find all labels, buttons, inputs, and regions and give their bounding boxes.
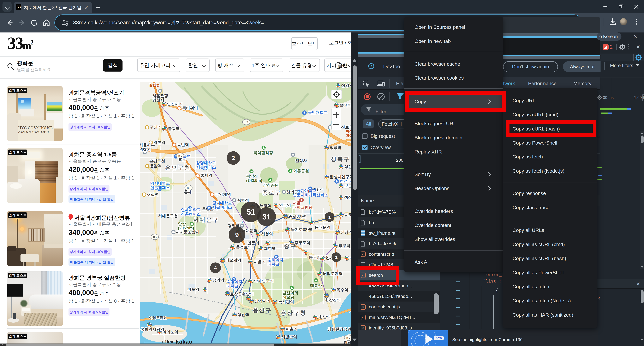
svg-text:옥수역: 옥수역 — [336, 288, 348, 292]
svg-text:용산구: 용산구 — [252, 307, 272, 313]
svg-text:9: 9 — [235, 231, 239, 239]
svg-text:4: 4 — [214, 265, 217, 271]
svg-text:버티고개역: 버티고개역 — [323, 272, 343, 276]
svg-text:녹번역: 녹번역 — [177, 142, 189, 147]
svg-text:1: 1 — [328, 215, 331, 219]
svg-text:미아점: 미아점 — [346, 134, 351, 137]
svg-text:대학교병원: 대학교병원 — [293, 205, 312, 210]
svg-text:kakao: kakao — [176, 339, 192, 344]
svg-text:성북구: 성북구 — [331, 156, 350, 162]
svg-text:응암역: 응암역 — [150, 164, 162, 168]
svg-text:연세대학교: 연세대학교 — [181, 208, 201, 212]
svg-text:명지대학교: 명지대학교 — [150, 181, 170, 186]
svg-text:성신여대입: 성신여대입 — [344, 164, 351, 169]
svg-text:북악팔각정: 북악팔각정 — [253, 151, 273, 155]
svg-text:51: 51 — [246, 208, 255, 216]
svg-text:국민대학교: 국민대학교 — [308, 110, 328, 115]
svg-text:서빙고역: 서빙고역 — [281, 335, 297, 339]
svg-text:솔샘역: 솔샘역 — [340, 103, 351, 107]
svg-text:종로구: 종로구 — [262, 190, 281, 196]
svg-text:삼각지역: 삼각지역 — [255, 299, 270, 303]
svg-text:창신역: 창신역 — [344, 195, 351, 200]
svg-text:2: 2 — [232, 155, 235, 161]
svg-text:명동역: 명동역 — [247, 241, 259, 245]
svg-text:서울은평: 서울은평 — [152, 94, 168, 98]
svg-text:동묘앞역: 동묘앞역 — [344, 212, 351, 217]
svg-text:이촌역: 이촌역 — [286, 327, 298, 331]
svg-text:경찰서: 경찰서 — [140, 147, 151, 152]
svg-text:숙대입구역: 숙대입구역 — [254, 279, 274, 283]
svg-text:종로3가역: 종로3가역 — [289, 214, 307, 219]
svg-text:신금호역: 신금호역 — [350, 256, 351, 260]
svg-text:안국역: 안국역 — [279, 203, 291, 207]
svg-text:매봉산: 매봉산 — [310, 283, 322, 288]
svg-text:보문역: 보문역 — [344, 183, 351, 188]
svg-text:경기대학교: 경기대학교 — [212, 201, 232, 205]
svg-text:애오개역: 애오개역 — [226, 258, 241, 263]
svg-text:회현역: 회현역 — [264, 246, 276, 251]
svg-text:삼양역: 삼양역 — [341, 83, 351, 88]
svg-text:(295.9m): (295.9m) — [178, 226, 194, 230]
svg-text:숭의여자: 숭의여자 — [268, 258, 283, 262]
svg-text:와룡공원: 와룡공원 — [293, 169, 309, 173]
svg-text:IC: IC — [153, 235, 156, 239]
svg-text:경찰서: 경찰서 — [152, 98, 164, 102]
svg-text:독바위역: 독바위역 — [182, 106, 198, 110]
svg-text:1km: 1km — [164, 340, 173, 344]
svg-text:충무로역: 충무로역 — [294, 241, 310, 245]
svg-text:대학교: 대학교 — [226, 284, 238, 288]
svg-text:서대문구청: 서대문구청 — [158, 214, 178, 218]
svg-text:용산구청: 용산구청 — [281, 310, 306, 316]
svg-text:동대문역: 동대문역 — [315, 225, 330, 230]
svg-text:역촌역: 역촌역 — [154, 140, 165, 145]
svg-text:창덕궁: 창덕궁 — [286, 190, 298, 194]
svg-text:여의도역: 여의도역 — [162, 330, 178, 334]
svg-text:대학교: 대학교 — [268, 262, 280, 266]
svg-text:정릉역: 정릉역 — [330, 145, 342, 150]
svg-text:상명대학교: 상명대학교 — [196, 161, 216, 165]
svg-text:잠원한강공원: 잠원한강공원 — [328, 327, 351, 331]
svg-text:한성대입구역: 한성대입구역 — [330, 175, 351, 179]
svg-text:한강진역: 한강진역 — [325, 298, 341, 302]
svg-text:한남: 한남 — [344, 340, 351, 344]
svg-text:서대문소방서: 서대문소방서 — [176, 230, 200, 234]
svg-text:충정로역: 충정로역 — [236, 245, 252, 249]
svg-text:안산: 안산 — [178, 222, 186, 226]
svg-text:시청역: 시청역 — [261, 232, 273, 236]
svg-text:길상사: 길상사 — [295, 158, 307, 163]
svg-text:숙명여자: 숙명여자 — [226, 280, 242, 284]
svg-text:용산역: 용산역 — [238, 313, 250, 317]
svg-text:을지로3가역: 을지로3가역 — [291, 227, 313, 232]
svg-text:신당역: 신당역 — [340, 230, 351, 234]
svg-text:북악산: 북악산 — [246, 174, 258, 178]
svg-text:국회의사당역: 국회의사당역 — [140, 327, 164, 332]
svg-text:무악재역: 무악재역 — [215, 192, 231, 197]
svg-text:불광역: 불광역 — [168, 126, 180, 131]
svg-text:인문캠퍼스: 인문캠퍼스 — [150, 186, 170, 190]
svg-text:동대입구역: 동대입구역 — [309, 255, 328, 259]
svg-text:효창공원앞역: 효창공원앞역 — [230, 292, 254, 296]
svg-text:구산역: 구산역 — [150, 125, 162, 129]
svg-text:청구역: 청구역 — [338, 243, 350, 248]
svg-text:은평구청: 은평구청 — [149, 159, 165, 163]
svg-text:(342.5m): (342.5m) — [246, 178, 262, 183]
svg-text:여의도공원: 여의도공원 — [149, 316, 166, 320]
svg-text:공덕역: 공덕역 — [212, 278, 224, 282]
svg-text:IC: IC — [244, 120, 248, 124]
svg-text:31: 31 — [262, 213, 271, 221]
svg-text:IC: IC — [187, 186, 190, 190]
svg-text:한남역: 한남역 — [319, 315, 331, 319]
svg-text:갈현동: 갈현동 — [149, 83, 160, 87]
svg-text:서울역: 서울역 — [254, 260, 266, 264]
svg-text:서울: 서울 — [293, 201, 301, 205]
svg-text:신촌캠퍼스: 신촌캠퍼스 — [181, 212, 201, 216]
svg-text:1: 1 — [335, 255, 338, 260]
svg-text:황학정: 황학정 — [237, 198, 249, 203]
svg-text:연신내역: 연신내역 — [167, 102, 183, 106]
svg-text:IC: IC — [346, 336, 350, 340]
svg-text:마포역: 마포역 — [187, 287, 199, 292]
svg-text:홍제역: 홍제역 — [200, 173, 212, 178]
svg-text:서울서부: 서울서부 — [140, 143, 155, 147]
svg-text:서대문구: 서대문구 — [193, 217, 219, 223]
svg-text:홍은: 홍은 — [178, 157, 186, 162]
